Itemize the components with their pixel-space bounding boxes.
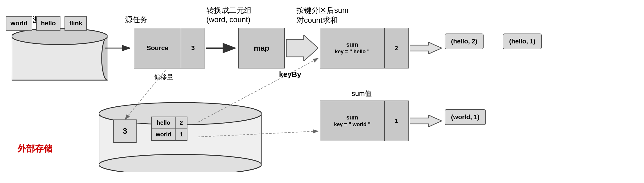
cylinder-item-hello: hello	[36, 16, 60, 31]
sum-world-label: sum key = " world "	[320, 101, 384, 141]
arrow-out-world	[410, 115, 442, 127]
arrow-keyby	[286, 35, 318, 61]
label-source-task: 源任务	[125, 15, 148, 25]
svg-point-13	[99, 154, 262, 172]
cylinder-item-world: world	[6, 16, 32, 31]
data-source-cylinder	[12, 28, 108, 86]
sum-world-box: sum key = " world " 1	[320, 101, 409, 141]
tuple-hello1: (hello, 1)	[503, 34, 542, 49]
source-label: Source	[134, 28, 181, 68]
svg-point-3	[12, 28, 108, 45]
arrow-out-hello2	[410, 42, 442, 54]
svg-marker-11	[410, 115, 442, 127]
diagram: 数据源 源任务 转换成二元组 (word, count) 按键分区后sum 对c…	[0, 0, 644, 183]
source-box: Source 3	[134, 28, 205, 68]
svg-marker-8	[286, 35, 318, 61]
storage-row-world: world 1	[151, 129, 187, 141]
label-transform2: (word, count)	[206, 15, 251, 24]
storage-number: 3	[113, 119, 137, 143]
label-sum-value: sum值	[352, 89, 372, 98]
svg-marker-10	[410, 42, 442, 54]
sum-hello-label: sum key = " hello "	[320, 28, 384, 68]
label-external-storage: 外部存储	[17, 143, 52, 155]
label-offset: 偏移量	[154, 73, 173, 82]
source-number: 3	[181, 28, 205, 68]
cylinder-items: world hello flink	[6, 16, 87, 31]
cylinder-item-flink: flink	[65, 16, 87, 31]
label-keyby-sum: 按键分区后sum	[296, 5, 348, 15]
tuple-world1: (world, 1)	[445, 109, 486, 125]
tuple-hello2: (hello, 2)	[445, 34, 484, 49]
arrow-source	[105, 42, 134, 54]
label-keyby-sum2: 对count求和	[296, 15, 338, 25]
label-keyby: keyBy	[279, 70, 301, 79]
sum-world-value: 1	[385, 101, 408, 141]
arrow-map	[206, 42, 238, 54]
label-transform: 转换成二元组	[206, 5, 252, 15]
sum-hello-value: 2	[385, 28, 408, 68]
storage-hello: hello	[151, 117, 176, 129]
map-box: map	[238, 28, 285, 68]
storage-row-hello: hello 2	[151, 117, 187, 129]
sum-hello-box: sum key = " hello " 2	[320, 28, 409, 68]
storage-world-count: 1	[176, 129, 187, 141]
storage-hello-count: 2	[176, 117, 187, 129]
storage-world: world	[151, 129, 176, 141]
